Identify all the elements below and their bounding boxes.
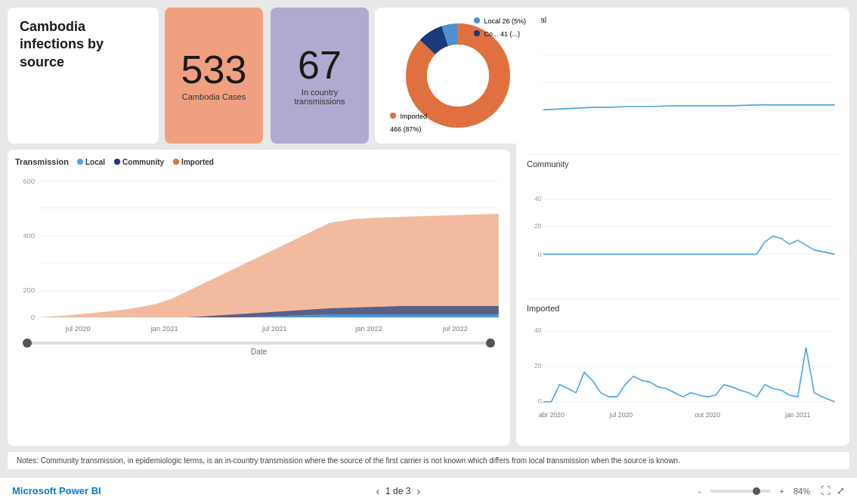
legend-imported: Imported bbox=[390, 110, 427, 123]
community-chart-svg: 40 20 0 bbox=[527, 170, 839, 294]
svg-text:20: 20 bbox=[534, 222, 542, 230]
legend-local: Local 26 (5%) bbox=[474, 15, 526, 28]
stats-row: 533 Cambodia Cases 67 In country transmi… bbox=[165, 8, 369, 144]
transmissions-label: In country transmissions bbox=[286, 88, 354, 106]
svg-text:400: 400 bbox=[23, 232, 35, 240]
svg-text:jan 2022: jan 2022 bbox=[354, 325, 382, 332]
prev-page-button[interactable]: ‹ bbox=[376, 485, 379, 497]
cases-stat-card: 533 Cambodia Cases bbox=[165, 8, 263, 144]
imported-chart-title: Imported bbox=[527, 304, 839, 313]
svg-text:jan 2021: jan 2021 bbox=[784, 411, 811, 419]
svg-text:abr 2020: abr 2020 bbox=[538, 411, 564, 419]
svg-text:out 2020: out 2020 bbox=[695, 411, 720, 419]
svg-text:0: 0 bbox=[538, 251, 542, 258]
footer-right: - + 84% ⛶ ⤢ bbox=[695, 485, 845, 496]
svg-text:jul 2020: jul 2020 bbox=[65, 325, 91, 332]
imported-mini-chart-section: Imported 40 20 0 abr 2020 jul 2020 out 2… bbox=[527, 304, 839, 438]
transmissions-number: 67 bbox=[298, 45, 342, 85]
local-mini-chart-section: Local 40 20 0 bbox=[527, 15, 839, 150]
zoom-thumb[interactable] bbox=[753, 487, 760, 495]
legend-imported-val: 466 (87%) bbox=[390, 123, 427, 136]
local-chart-title: Local bbox=[527, 15, 839, 24]
svg-text:600: 600 bbox=[23, 178, 35, 185]
community-chart-title: Community bbox=[527, 159, 839, 169]
date-label: Date bbox=[15, 348, 503, 356]
main-container: Cambodia infections by source 533 Cambod… bbox=[0, 0, 857, 504]
page-title: Cambodia infections by source bbox=[20, 18, 147, 71]
cases-label: Cambodia Cases bbox=[182, 92, 246, 101]
chart-title: Transmission Local Community Imported bbox=[15, 157, 503, 171]
transmissions-stat-card: 67 In country transmissions bbox=[271, 8, 369, 144]
legend-local-item: Local bbox=[77, 158, 105, 166]
slider-right-thumb[interactable] bbox=[486, 339, 495, 348]
svg-point-3 bbox=[427, 45, 489, 107]
brand-link[interactable]: Microsoft Power BI bbox=[12, 485, 101, 496]
notes-text: Notes: Community transmission, in epidem… bbox=[17, 456, 680, 465]
zoom-minus-button[interactable]: - bbox=[695, 487, 704, 496]
svg-text:0: 0 bbox=[538, 397, 542, 405]
cases-number: 533 bbox=[181, 50, 247, 89]
svg-text:20: 20 bbox=[534, 362, 542, 369]
page-indicator: 1 de 3 bbox=[385, 486, 410, 496]
area-chart-area: 600 400 200 0 jul 2020 jan 2021 j bbox=[15, 174, 503, 340]
svg-text:40: 40 bbox=[534, 195, 542, 203]
donut-chart-card: Local 26 (5%) Co... 41 (...) Import bbox=[375, 8, 541, 144]
legend-community-item: Community bbox=[114, 158, 164, 166]
svg-text:200: 200 bbox=[23, 286, 35, 294]
zoom-plus-button[interactable]: + bbox=[777, 487, 787, 496]
page-navigation: ‹ 1 de 3 › bbox=[376, 485, 420, 497]
left-column: Cambodia infections by source 533 Cambod… bbox=[8, 8, 510, 446]
svg-text:jul 2021: jul 2021 bbox=[261, 325, 287, 332]
footer: Microsoft Power BI ‹ 1 de 3 › - + 84% ⛶ … bbox=[0, 477, 857, 504]
right-column: Local 40 20 0 Community bbox=[516, 8, 849, 446]
community-mini-chart-section: Community 40 20 0 bbox=[527, 159, 839, 294]
slider-left-thumb[interactable] bbox=[23, 339, 32, 348]
expand-icon[interactable]: ⤢ bbox=[837, 485, 845, 496]
area-chart-card: Transmission Local Community Imported bbox=[8, 150, 510, 446]
area-chart-svg: 600 400 200 0 jul 2020 jan 2021 j bbox=[15, 174, 503, 340]
zoom-slider[interactable] bbox=[710, 490, 771, 493]
notes-bar: Notes: Community transmission, in epidem… bbox=[8, 452, 849, 469]
divider-1 bbox=[527, 154, 839, 155]
legend-imported-item: Imported bbox=[173, 158, 214, 166]
svg-text:jan 2021: jan 2021 bbox=[150, 325, 178, 332]
title-card: Cambodia infections by source bbox=[8, 8, 159, 144]
fullscreen-icon[interactable]: ⛶ bbox=[821, 485, 831, 496]
slider-track[interactable] bbox=[23, 342, 495, 345]
svg-text:0: 0 bbox=[31, 314, 35, 321]
dashboard-area: Cambodia infections by source 533 Cambod… bbox=[0, 0, 857, 477]
svg-text:jul 2022: jul 2022 bbox=[442, 325, 468, 332]
chart-slider[interactable] bbox=[15, 342, 503, 345]
svg-text:40: 40 bbox=[534, 326, 542, 334]
local-chart-svg: 40 20 0 bbox=[527, 26, 839, 150]
zoom-level: 84% bbox=[794, 487, 810, 496]
next-page-button[interactable]: › bbox=[416, 485, 420, 497]
imported-chart-svg: 40 20 0 abr 2020 jul 2020 out 2020 jan 2… bbox=[527, 314, 839, 438]
top-left-row: Cambodia infections by source 533 Cambod… bbox=[8, 8, 510, 144]
svg-text:jul 2020: jul 2020 bbox=[609, 411, 633, 419]
divider-2 bbox=[527, 298, 839, 299]
legend-community: Co... 41 (...) bbox=[474, 28, 526, 41]
